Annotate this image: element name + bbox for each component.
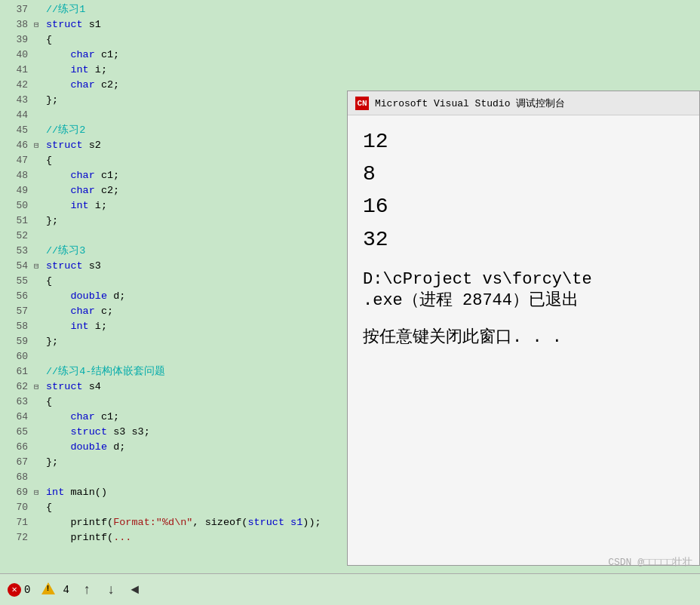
code-content: { <box>45 396 52 407</box>
line-number: 67 <box>0 456 34 468</box>
line-number: 39 <box>0 34 34 45</box>
line-number: 72 <box>0 532 34 543</box>
code-line: 39{ <box>0 32 700 47</box>
code-content: { <box>45 155 52 166</box>
console-app-icon: CN <box>355 97 369 110</box>
code-content: //练习3 <box>45 244 85 257</box>
code-content: }; <box>45 215 58 226</box>
code-content: int main() <box>45 487 107 498</box>
collapse-marker[interactable]: ⊟ <box>34 261 45 271</box>
line-number: 64 <box>0 411 34 422</box>
code-content: struct s1 <box>45 19 101 30</box>
code-line: 38⊟struct s1 <box>0 17 700 32</box>
code-content: }; <box>45 94 58 106</box>
code-content: struct s4 <box>45 381 101 392</box>
line-number: 48 <box>0 170 34 181</box>
console-output-8: 8 <box>363 159 684 189</box>
code-content: int i; <box>45 64 107 75</box>
console-close-prompt: 按任意键关闭此窗口. . . <box>363 327 684 349</box>
code-content: int i; <box>45 321 107 332</box>
code-line: 40 char c1; <box>0 47 700 62</box>
nav-left-arrow[interactable]: ◄ <box>128 582 141 597</box>
console-overlay[interactable]: CN Microsoft Visual Studio 调试控制台 12 8 16… <box>347 91 700 566</box>
line-number: 60 <box>0 351 34 362</box>
line-number: 38 <box>0 19 34 30</box>
line-number: 70 <box>0 502 34 513</box>
code-content: printf(... <box>45 532 131 543</box>
collapse-marker[interactable]: ⊟ <box>34 140 45 150</box>
console-output-12: 12 <box>363 127 684 156</box>
console-path: D:\cProject vs\forcy\te.exe（进程 28744）已退出 <box>363 269 684 312</box>
console-title: Microsoft Visual Studio 调试控制台 <box>375 97 565 110</box>
nav-up-arrow[interactable]: ↑ <box>81 582 94 597</box>
line-number: 57 <box>0 306 34 317</box>
code-content: struct s2 <box>45 140 101 151</box>
console-body: 12 8 16 32 D:\cProject vs\forcy\te.exe（进… <box>348 115 699 565</box>
error-status[interactable]: ✕ 0 <box>8 583 30 597</box>
code-line: 41 int i; <box>0 62 700 77</box>
line-number: 46 <box>0 140 34 151</box>
code-content: double d; <box>45 290 125 302</box>
line-number: 40 <box>0 49 34 60</box>
line-number: 41 <box>0 64 34 75</box>
line-number: 47 <box>0 155 34 166</box>
code-content: }; <box>45 456 58 468</box>
line-number: 69 <box>0 487 34 498</box>
status-bar: ✕ 0 4 ↑ ↓ ◄ <box>0 573 700 605</box>
code-content: { <box>45 275 52 287</box>
code-content: char c1; <box>45 170 119 181</box>
line-number: 51 <box>0 215 34 226</box>
warning-status[interactable]: 4 <box>41 582 69 597</box>
console-output-16: 16 <box>363 192 684 221</box>
code-content: //练习1 <box>45 2 85 16</box>
line-number: 54 <box>0 260 34 272</box>
line-number: 52 <box>0 230 34 241</box>
code-content: struct s3 s3; <box>45 426 150 438</box>
line-number: 63 <box>0 396 34 407</box>
code-content: printf(Format:"%d\n", sizeof(struct s1))… <box>45 517 321 528</box>
error-icon: ✕ <box>8 583 21 597</box>
warning-count: 4 <box>63 584 69 596</box>
code-content: }; <box>45 336 58 347</box>
line-number: 44 <box>0 109 34 121</box>
console-titlebar: CN Microsoft Visual Studio 调试控制台 <box>348 91 699 115</box>
line-number: 43 <box>0 94 34 106</box>
code-content: struct s3 <box>45 260 101 272</box>
warning-icon <box>41 582 55 594</box>
line-number: 59 <box>0 336 34 347</box>
line-number: 71 <box>0 517 34 528</box>
line-number: 53 <box>0 245 34 256</box>
code-content: double d; <box>45 441 125 453</box>
code-content: //练习2 <box>45 123 85 137</box>
line-number: 37 <box>0 4 34 15</box>
nav-down-arrow[interactable]: ↓ <box>105 582 118 597</box>
line-number: 50 <box>0 200 34 211</box>
watermark: CSDN @□□□□□壮壮 <box>608 555 692 569</box>
code-content: { <box>45 34 52 45</box>
line-number: 55 <box>0 275 34 287</box>
line-number: 56 <box>0 290 34 302</box>
collapse-marker[interactable]: ⊟ <box>34 382 45 392</box>
console-output-32: 32 <box>363 225 684 254</box>
code-content: char c2; <box>45 79 119 91</box>
line-number: 58 <box>0 321 34 332</box>
code-content: char c2; <box>45 185 119 196</box>
code-line: 42 char c2; <box>0 77 700 92</box>
code-content: int i; <box>45 200 107 211</box>
code-content: char c; <box>45 306 113 317</box>
code-line: 37//练习1 <box>0 2 700 17</box>
collapse-marker[interactable]: ⊟ <box>34 487 45 497</box>
code-content: //练习4-结构体嵌套问题 <box>45 364 165 378</box>
line-number: 62 <box>0 381 34 392</box>
line-number: 49 <box>0 185 34 196</box>
error-count: 0 <box>24 584 30 596</box>
line-number: 61 <box>0 366 34 377</box>
code-content: { <box>45 502 52 513</box>
line-number: 68 <box>0 471 34 483</box>
line-number: 42 <box>0 79 34 91</box>
line-number: 65 <box>0 426 34 438</box>
line-number: 45 <box>0 124 34 136</box>
code-content: char c1; <box>45 411 119 422</box>
code-content: char c1; <box>45 49 119 60</box>
collapse-marker[interactable]: ⊟ <box>34 20 45 29</box>
